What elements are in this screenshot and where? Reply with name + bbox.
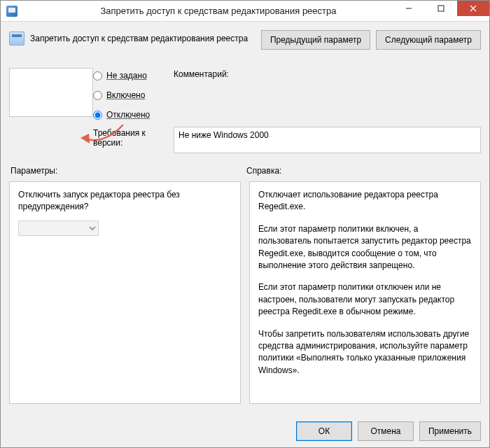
help-pane[interactable]: Отключает использование редактора реестр… [249,181,481,404]
help-label: Справка: [245,166,481,176]
close-icon [470,5,477,12]
next-setting-button[interactable]: Следующий параметр [376,30,481,50]
header-nav: Предыдущий параметр Следующий параметр [261,29,481,50]
titlebar: Запретить доступ к средствам редактирова… [1,1,489,22]
close-button[interactable] [457,1,489,16]
requirements-value[interactable]: Не ниже Windows 2000 [174,127,481,153]
radio-not-configured-input[interactable] [93,71,102,80]
help-para-2: Если этот параметр политики отключен или… [258,281,472,318]
radio-not-configured[interactable]: Не задано [93,68,174,83]
help-para-3: Чтобы запретить пользователям использова… [258,328,472,377]
params-pane: Отключить запуск редактора реестра без п… [9,181,241,404]
comment-label: Комментарий: [174,68,481,79]
requirements-label: Требования к версии: [93,127,174,148]
maximize-icon [438,5,444,12]
window-controls [393,1,489,16]
config-grid: Не задано Комментарий: Включено Отключен… [9,68,481,153]
apply-button[interactable]: Применить [419,421,481,441]
minimize-icon [405,5,412,12]
radio-disabled[interactable]: Отключено [93,107,174,122]
header-row: Запретить доступ к средствам редактирова… [9,29,481,50]
policy-icon [9,31,24,46]
comment-input[interactable] [9,68,93,117]
cancel-button[interactable]: Отмена [358,421,414,441]
params-dropdown[interactable] [18,220,99,236]
params-text: Отключить запуск редактора реестра без п… [18,189,232,214]
pane-labels: Параметры: Справка: [9,166,481,176]
radio-not-configured-label: Не задано [106,71,147,80]
radio-enabled-input[interactable] [93,91,102,100]
svg-rect-1 [438,6,444,11]
app-icon [6,6,18,17]
radio-disabled-input[interactable] [93,111,102,120]
radio-enabled[interactable]: Включено [93,88,174,103]
panes: Отключить запуск редактора реестра без п… [9,181,481,404]
help-para-0: Отключает использование редактора реестр… [258,189,472,214]
dialog-body: Запретить доступ к средствам редактирова… [1,22,489,448]
ok-button[interactable]: ОК [296,421,352,441]
header-left: Запретить доступ к средствам редактирова… [9,29,248,46]
radio-disabled-label: Отключено [106,110,150,120]
prev-setting-button[interactable]: Предыдущий параметр [261,30,370,50]
maximize-button[interactable] [425,1,457,16]
footer-buttons: ОК Отмена Применить [296,421,481,441]
header-subtitle: Запретить доступ к средствам редактирова… [30,34,248,43]
help-para-1: Если этот параметр политики включен, а п… [258,223,472,272]
radio-enabled-label: Включено [106,90,145,100]
minimize-button[interactable] [393,1,425,16]
params-label: Параметры: [9,166,245,176]
